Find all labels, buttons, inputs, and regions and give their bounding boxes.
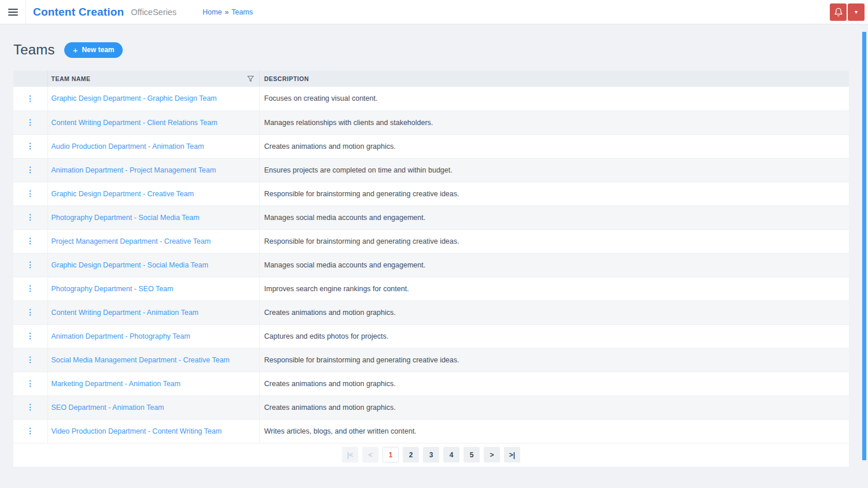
row-menu-icon[interactable]: ⋮ (26, 355, 34, 364)
app-subtitle: OfficeSeries (131, 8, 176, 17)
notifications-button[interactable] (830, 3, 847, 21)
new-team-label: New team (82, 46, 114, 54)
row-menu-icon[interactable]: ⋮ (26, 331, 34, 340)
row-menu-icon[interactable]: ⋮ (26, 379, 34, 388)
team-name-link[interactable]: Animation Department - Photography Team (52, 332, 190, 340)
table-row: ⋮ Content Writing Department - Client Re… (13, 111, 849, 134)
row-menu-icon[interactable]: ⋮ (26, 94, 34, 103)
bell-icon (834, 8, 843, 17)
breadcrumb-home-link[interactable]: Home (203, 8, 222, 16)
team-name-link[interactable]: Audio Production Department - Animation … (52, 142, 204, 151)
team-name-link[interactable]: Photography Department - Social Media Te… (52, 214, 200, 222)
team-description: Responsible for brainstorming and genera… (259, 182, 849, 206)
row-menu-icon[interactable]: ⋮ (26, 307, 34, 317)
team-description: Creates animations and motion graphics. (259, 395, 849, 419)
table-row: ⋮ Social Media Management Department - C… (13, 348, 849, 372)
user-menu-button[interactable]: ▾ (848, 3, 865, 21)
team-name-link[interactable]: Project Management Department - Creative… (52, 237, 211, 245)
filter-icon[interactable] (247, 75, 254, 82)
team-description: Creates animations and motion graphics. (259, 372, 849, 395)
table-row: ⋮ Audio Production Department - Animatio… (13, 134, 849, 158)
table-row: ⋮ Project Management Department - Creati… (13, 229, 849, 253)
scrollbar-thumb[interactable] (862, 32, 866, 460)
table-row: ⋮ Photography Department - Social Media … (13, 206, 849, 229)
row-menu-icon[interactable]: ⋮ (26, 118, 34, 127)
team-name-column-label: TEAM NAME (52, 75, 91, 82)
team-description: Creates animations and motion graphics. (259, 300, 849, 324)
pagination: |< < 1 2 3 4 5 > >| (13, 443, 849, 467)
app-title[interactable]: Content Creation (33, 6, 124, 19)
table-row: ⋮ Video Production Department - Content … (13, 419, 849, 443)
team-description: Responsible for brainstorming and genera… (259, 229, 849, 253)
last-page-button[interactable]: >| (504, 447, 520, 463)
team-name-link[interactable]: Content Writing Department - Animation T… (52, 309, 199, 317)
table-row: ⋮ Photography Department - SEO Team Impr… (13, 277, 849, 300)
table-row: ⋮ Content Writing Department - Animation… (13, 300, 849, 324)
table-row: ⋮ Animation Department - Photography Tea… (13, 324, 849, 348)
next-page-button[interactable]: > (484, 447, 500, 463)
row-menu-icon[interactable]: ⋮ (26, 402, 34, 412)
table-row: ⋮ Graphic Design Department - Social Med… (13, 253, 849, 277)
team-description: Creates animations and motion graphics. (259, 134, 849, 158)
team-description: Captures and edits photos for projects. (259, 324, 849, 348)
page-button-4[interactable]: 4 (443, 447, 459, 463)
row-menu-icon[interactable]: ⋮ (26, 426, 34, 435)
team-name-link[interactable]: Graphic Design Department - Social Media… (52, 261, 208, 269)
description-column-header: DESCRIPTION (259, 71, 849, 87)
page-title: Teams (13, 42, 55, 58)
page-button-2[interactable]: 2 (403, 447, 419, 463)
team-name-link[interactable]: Marketing Department - Animation Team (52, 380, 181, 388)
table-row: ⋮ SEO Department - Animation Team Create… (13, 395, 849, 419)
table-row: ⋮ Graphic Design Department - Graphic De… (13, 87, 849, 111)
team-description: Responsible for brainstorming and genera… (259, 348, 849, 372)
row-menu-icon[interactable]: ⋮ (26, 189, 34, 198)
title-row: Teams + New team (13, 42, 849, 58)
plus-icon: + (73, 46, 78, 54)
menu-icon[interactable] (0, 0, 26, 24)
caret-down-icon: ▾ (855, 9, 858, 15)
team-name-link[interactable]: Content Writing Department - Client Rela… (52, 119, 218, 127)
table-row: ⋮ Graphic Design Department - Creative T… (13, 182, 849, 206)
actions-column-header (13, 71, 47, 87)
team-name-link[interactable]: Graphic Design Department - Creative Tea… (52, 190, 194, 198)
topbar-actions: ▾ (830, 3, 865, 21)
table-row: ⋮ Animation Department - Project Managem… (13, 158, 849, 182)
page-button-1[interactable]: 1 (382, 447, 399, 463)
new-team-button[interactable]: + New team (64, 42, 123, 58)
team-description: Ensures projects are completed on time a… (259, 158, 849, 182)
team-name-link[interactable]: SEO Department - Animation Team (52, 403, 164, 412)
team-description: Manages relationships with clients and s… (259, 111, 849, 134)
team-name-link[interactable]: Graphic Design Department - Graphic Desi… (52, 94, 217, 102)
main-content: Teams + New team TEAM NAME (0, 24, 868, 467)
top-bar: Content Creation OfficeSeries Home » Tea… (0, 0, 868, 24)
breadcrumb-current-link[interactable]: Teams (231, 8, 253, 16)
team-description: Focuses on creating visual content. (259, 87, 849, 111)
breadcrumb-separator: » (225, 8, 229, 16)
description-column-label: DESCRIPTION (264, 75, 309, 82)
first-page-button[interactable]: |< (342, 447, 358, 463)
team-name-column-header: TEAM NAME (47, 71, 259, 87)
row-menu-icon[interactable]: ⋮ (26, 141, 34, 151)
team-description: Writes articles, blogs, and other writte… (259, 419, 849, 443)
breadcrumb: Home » Teams (203, 8, 253, 16)
team-name-link[interactable]: Video Production Department - Content Wr… (52, 427, 222, 435)
row-menu-icon[interactable]: ⋮ (26, 260, 34, 269)
row-menu-icon[interactable]: ⋮ (26, 165, 34, 174)
page-button-5[interactable]: 5 (464, 447, 480, 463)
team-description: Manages social media accounts and engage… (259, 206, 849, 229)
team-name-link[interactable]: Social Media Management Department - Cre… (52, 356, 230, 364)
team-description: Improves search engine rankings for cont… (259, 277, 849, 300)
table-header-row: TEAM NAME DESCRIPTION (13, 71, 849, 87)
scrollbar-track[interactable] (860, 25, 868, 488)
page-button-3[interactable]: 3 (423, 447, 439, 463)
team-name-link[interactable]: Animation Department - Project Managemen… (52, 166, 216, 174)
team-name-link[interactable]: Photography Department - SEO Team (52, 285, 174, 293)
teams-table-card: TEAM NAME DESCRIPTION ⋮ Graphic Design D… (13, 71, 849, 467)
prev-page-button[interactable]: < (362, 447, 378, 463)
team-description: Manages social media accounts and engage… (259, 253, 849, 277)
table-row: ⋮ Marketing Department - Animation Team … (13, 372, 849, 395)
teams-table: TEAM NAME DESCRIPTION ⋮ Graphic Design D… (13, 71, 849, 443)
row-menu-icon[interactable]: ⋮ (26, 236, 34, 245)
row-menu-icon[interactable]: ⋮ (26, 284, 34, 293)
row-menu-icon[interactable]: ⋮ (26, 212, 34, 222)
